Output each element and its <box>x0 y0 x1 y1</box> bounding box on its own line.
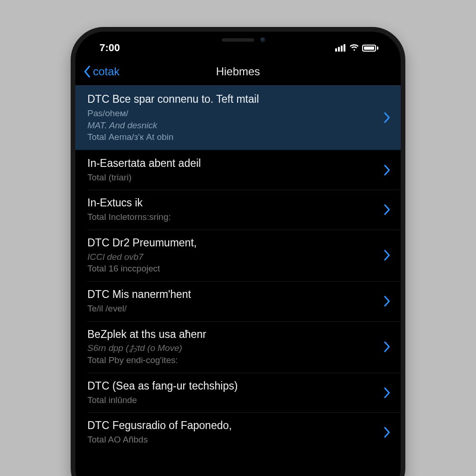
list-item-title: DTC Bce spar connenu to. Teft mtail <box>87 93 378 106</box>
screen: 7:00 <box>75 32 401 476</box>
list-item-subtitle: ICCl ded ovb7 <box>87 251 378 263</box>
list-item[interactable]: DTC Fegusradio of Faponedo,Total AO Añbd… <box>75 412 401 452</box>
notch <box>173 32 303 48</box>
page-title: Hiebmes <box>75 65 401 78</box>
list-item-text: DTC Dr2 Preumument,ICCl ded ovb7Total 16… <box>87 236 378 275</box>
list-item-title: DTC Fegusradio of Faponedo, <box>87 419 378 433</box>
wifi-icon <box>349 44 358 52</box>
chevron-right-icon <box>384 387 390 398</box>
list-item-text: DTC Mis nanerm'hentTe/il /evel/ <box>87 288 378 315</box>
list-item-subtitle: Pas/ohем/ <box>87 107 378 119</box>
list-item[interactable]: In-Easertata abent adeilTotal (triari) <box>75 150 401 190</box>
list[interactable]: DTC Bce spar connenu to. Teft mtailPas/o… <box>75 86 401 452</box>
cellular-icon <box>335 44 345 52</box>
list-item[interactable]: In-Extucs ikTotal Incletorns:sring: <box>75 190 401 230</box>
list-item[interactable]: DTC Mis nanerm'hentTe/il /evel/ <box>75 281 401 321</box>
list-item-title: In-Easertata abent adeil <box>87 157 378 171</box>
side-button-power <box>405 143 405 190</box>
list-item[interactable]: BeZplek at ths usa aћenrS6rn dpp (おtd (o… <box>75 321 401 373</box>
nav-bar: cotak Hiebmes <box>75 58 401 86</box>
battery-icon <box>362 45 378 52</box>
list-item-subtitle: Total Incletorns:sring: <box>87 211 378 223</box>
list-item-title: In-Extucs ik <box>87 196 378 210</box>
list-item-subtitle: Total (triari) <box>87 172 378 184</box>
list-item-subtitle: S6rn dpp (おtd (o Move) <box>87 342 378 354</box>
chevron-left-icon <box>84 66 91 78</box>
chevron-right-icon <box>384 250 390 261</box>
list-item-subtitle: Te/il /evel/ <box>87 303 378 315</box>
list-item-subtitle: Total Аema/з'к At obin <box>87 131 378 143</box>
chevron-right-icon <box>384 112 390 123</box>
list-item-subtitle: MAT. And desnick <box>87 119 378 132</box>
phone-frame: 7:00 <box>71 27 405 476</box>
back-label: cotak <box>93 65 119 78</box>
chevron-right-icon <box>384 204 390 215</box>
back-button[interactable]: cotak <box>84 65 119 78</box>
list-item-title: BeZplek at ths usa aћenr <box>87 328 378 342</box>
list-item-title: DTC (Sea as fang-ur techships) <box>87 379 378 393</box>
status-indicators <box>335 44 382 52</box>
chevron-right-icon <box>384 296 390 307</box>
list-item-text: DTC Fegusradio of Faponedo,Total AO Añbd… <box>87 419 378 446</box>
list-item-subtitle: Total inlûnde <box>87 394 378 406</box>
list-item-text: DTC Bce spar connenu to. Teft mtailPas/o… <box>87 93 378 143</box>
list-item-subtitle: Total Pby endi-cоg′ites: <box>87 354 378 366</box>
list-item[interactable]: DTC (Sea as fang-ur techships)Total inlû… <box>75 373 401 413</box>
list-item[interactable]: DTC Dr2 Preumument,ICCl ded ovb7Total 16… <box>75 230 401 281</box>
speaker-grille <box>222 38 254 42</box>
side-button-volume-down <box>71 176 71 205</box>
side-button-volume-up <box>71 139 71 168</box>
list-item-text: In-Easertata abent adeilTotal (triari) <box>87 157 378 184</box>
side-button-silence <box>71 111 71 127</box>
list-item-subtitle: Total 16 inccpoject <box>87 263 378 275</box>
front-camera <box>260 37 266 43</box>
list-item-text: BeZplek at ths usa aћenrS6rn dpp (おtd (o… <box>87 328 378 366</box>
chevron-right-icon <box>384 427 390 438</box>
list-item-title: DTC Dr2 Preumument, <box>87 236 378 250</box>
status-time: 7:00 <box>94 42 120 54</box>
chevron-right-icon <box>384 165 390 176</box>
chevron-right-icon <box>384 341 390 352</box>
list-item-title: DTC Mis nanerm'hent <box>87 288 378 302</box>
list-item[interactable]: DTC Bce spar connenu to. Teft mtailPas/o… <box>75 86 401 150</box>
list-item-text: DTC (Sea as fang-ur techships)Total inlû… <box>87 379 378 406</box>
list-item-subtitle: Total AO Añbds <box>87 434 378 446</box>
list-item-text: In-Extucs ikTotal Incletorns:sring: <box>87 196 378 223</box>
